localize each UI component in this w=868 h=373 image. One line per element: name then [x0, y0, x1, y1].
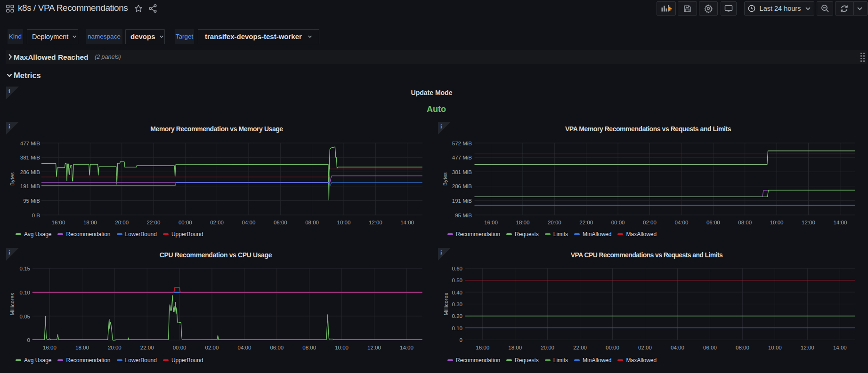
svg-text:18:00: 18:00 [75, 345, 89, 350]
svg-text:00:00: 00:00 [611, 220, 625, 225]
svg-text:00:00: 00:00 [173, 345, 187, 350]
svg-text:16:00: 16:00 [476, 345, 489, 350]
svg-text:20:00: 20:00 [541, 345, 554, 350]
svg-text:14:00: 14:00 [400, 345, 414, 350]
svg-text:0.30: 0.30 [452, 302, 462, 307]
svg-text:191 MiB: 191 MiB [452, 198, 472, 204]
svg-text:06:00: 06:00 [706, 220, 720, 225]
svg-text:12:00: 12:00 [801, 345, 814, 350]
svg-text:08:00: 08:00 [302, 345, 316, 350]
svg-text:06:00: 06:00 [703, 345, 717, 350]
svg-text:02:00: 02:00 [643, 220, 657, 225]
svg-text:12:00: 12:00 [369, 220, 382, 225]
svg-text:0.40: 0.40 [452, 290, 462, 295]
svg-text:Millicores: Millicores [443, 293, 449, 315]
svg-text:477 MiB: 477 MiB [452, 155, 472, 160]
svg-text:20:00: 20:00 [108, 345, 122, 350]
svg-text:10:00: 10:00 [768, 345, 782, 350]
svg-text:06:00: 06:00 [270, 345, 284, 350]
svg-text:10:00: 10:00 [770, 220, 784, 225]
svg-text:286 MiB: 286 MiB [20, 169, 41, 175]
svg-text:0.50: 0.50 [452, 278, 462, 283]
svg-text:04:00: 04:00 [675, 220, 689, 225]
svg-text:477 MiB: 477 MiB [20, 141, 41, 146]
svg-text:08:00: 08:00 [738, 220, 752, 225]
svg-text:10:00: 10:00 [337, 220, 351, 225]
svg-text:0.05: 0.05 [20, 314, 30, 319]
svg-text:04:00: 04:00 [238, 345, 251, 350]
svg-text:Bytes: Bytes [9, 172, 15, 186]
svg-text:00:00: 00:00 [606, 345, 619, 350]
svg-text:18:00: 18:00 [508, 345, 522, 350]
svg-text:381 MiB: 381 MiB [452, 169, 472, 175]
svg-text:02:00: 02:00 [205, 345, 219, 350]
svg-text:14:00: 14:00 [400, 220, 414, 225]
svg-text:0.10: 0.10 [452, 325, 462, 331]
svg-text:0.60: 0.60 [452, 266, 462, 271]
svg-text:Millicores: Millicores [9, 293, 15, 315]
svg-text:Bytes: Bytes [442, 172, 448, 186]
svg-text:20:00: 20:00 [115, 220, 129, 225]
svg-text:16:00: 16:00 [484, 220, 498, 225]
svg-text:18:00: 18:00 [516, 220, 530, 225]
svg-text:95 MiB: 95 MiB [455, 213, 472, 218]
svg-text:08:00: 08:00 [305, 220, 319, 225]
svg-text:16:00: 16:00 [43, 345, 57, 350]
svg-text:02:00: 02:00 [638, 345, 652, 350]
svg-text:22:00: 22:00 [140, 345, 154, 350]
svg-text:0.20: 0.20 [452, 313, 462, 319]
svg-text:286 MiB: 286 MiB [452, 183, 472, 189]
svg-text:22:00: 22:00 [147, 220, 161, 225]
svg-text:18:00: 18:00 [83, 220, 97, 225]
svg-text:22:00: 22:00 [579, 220, 593, 225]
svg-text:02:00: 02:00 [210, 220, 224, 225]
svg-text:381 MiB: 381 MiB [20, 155, 41, 160]
svg-text:08:00: 08:00 [736, 345, 749, 350]
svg-text:95 MiB: 95 MiB [23, 198, 40, 204]
svg-text:0.15: 0.15 [20, 266, 30, 271]
svg-text:20:00: 20:00 [548, 220, 561, 225]
svg-text:14:00: 14:00 [833, 345, 847, 350]
svg-text:191 MiB: 191 MiB [20, 183, 41, 189]
svg-text:572 MiB: 572 MiB [452, 141, 472, 146]
svg-text:0.10: 0.10 [20, 290, 30, 295]
svg-text:22:00: 22:00 [573, 345, 587, 350]
svg-text:00:00: 00:00 [178, 220, 192, 225]
svg-text:10:00: 10:00 [335, 345, 349, 350]
svg-text:0 B: 0 B [32, 213, 41, 218]
svg-text:12:00: 12:00 [367, 345, 381, 350]
svg-text:0: 0 [460, 337, 462, 343]
svg-text:04:00: 04:00 [671, 345, 684, 350]
svg-text:16:00: 16:00 [52, 220, 65, 225]
svg-text:0: 0 [27, 337, 30, 343]
svg-text:04:00: 04:00 [242, 220, 256, 225]
svg-text:12:00: 12:00 [802, 220, 815, 225]
svg-text:06:00: 06:00 [274, 220, 287, 225]
svg-text:14:00: 14:00 [834, 220, 847, 225]
